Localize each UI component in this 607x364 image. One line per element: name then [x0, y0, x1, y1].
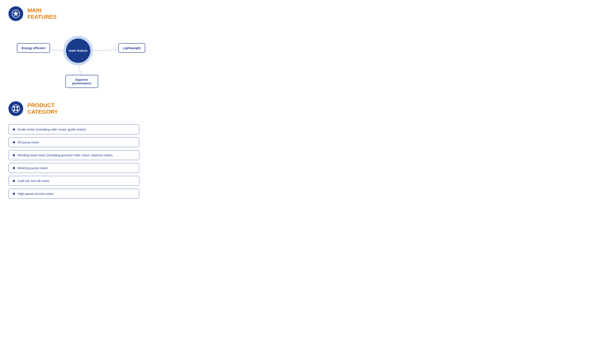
list-item: Winding head motor (including grooved ro… [8, 150, 139, 160]
feature-box-superior-performance: Superior performance [66, 75, 98, 88]
main-features-header: MAIN FEATURES [8, 6, 599, 21]
product-category-section: PRODUCT CATEGORY Godet motor (including … [8, 101, 599, 199]
list-item: Cold roll, hot roll motor [8, 176, 139, 186]
main-features-title: MAIN FEATURES [27, 7, 56, 20]
svg-point-9 [16, 109, 18, 111]
bullet-icon [13, 154, 15, 156]
product-category-icon [8, 101, 23, 116]
svg-point-6 [13, 106, 15, 108]
bullet-icon [13, 180, 15, 182]
features-diagram: main feature Energy efficient Lightweigh… [17, 29, 161, 89]
list-item: Metering pump motor [8, 163, 139, 173]
svg-marker-1 [13, 11, 19, 16]
product-category-header: PRODUCT CATEGORY [8, 101, 599, 116]
list-item: Oil pump motor [8, 137, 139, 147]
main-features-icon [8, 6, 23, 21]
category-list: Godet motor (including roller motor, gui… [8, 124, 139, 199]
feature-box-lightweight: Lightweight [118, 43, 145, 53]
svg-line-3 [93, 50, 118, 51]
main-feature-circle-inner: main feature [66, 39, 90, 63]
bullet-icon [13, 141, 15, 143]
star-icon [12, 10, 20, 18]
svg-line-4 [78, 65, 82, 75]
feature-box-energy-efficient: Energy efficient [17, 43, 50, 53]
svg-line-2 [51, 50, 63, 51]
bullet-icon [13, 167, 15, 169]
svg-point-7 [16, 106, 18, 108]
bullet-icon [13, 129, 15, 130]
product-category-title: PRODUCT CATEGORY [27, 102, 58, 115]
svg-point-5 [12, 105, 20, 112]
bullet-icon [13, 193, 15, 195]
list-item: Godet motor (including roller motor, gui… [8, 124, 139, 134]
grid-icon [12, 104, 20, 113]
main-feature-circle-outer: main feature [63, 36, 93, 65]
svg-point-8 [13, 109, 15, 111]
list-item: High-speed oil mist motor [8, 189, 139, 199]
